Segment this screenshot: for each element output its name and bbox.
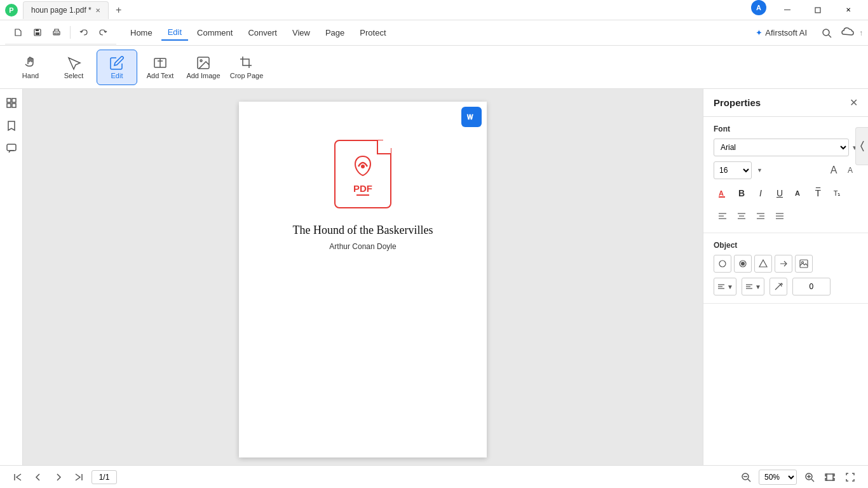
pdf-title: The Hound of the Baskervilles [293,224,433,237]
svg-rect-5 [36,32,39,35]
menu-view[interactable]: View [286,25,316,40]
edit-tool-label: Edit [111,72,123,79]
svg-point-13 [200,60,202,62]
triangle-button[interactable] [754,255,772,273]
pdf-icon: PDF [334,140,391,208]
font-section: Font Arial Times New Roman Helvetica ▼ 1… [703,117,868,233]
tab-close-button[interactable]: ✕ [95,7,100,14]
underline-color-button[interactable]: A [714,184,731,202]
svg-rect-3 [815,8,820,13]
menu-page[interactable]: Page [319,25,351,40]
zoom-out-button[interactable] [738,470,754,485]
main-area: W PDF The Hound of the Baskervill [0,89,868,465]
align-right-button[interactable] [752,207,770,225]
menu-comment[interactable]: Comment [191,25,239,40]
zoom-select[interactable]: 50%75%100%125%150% [759,470,797,485]
rotation-input[interactable]: 0 [792,278,831,295]
sidebar-bookmark-icon[interactable] [3,117,20,135]
pdf-icon-container: PDF [334,140,391,208]
menubar-right: ✦ Afirstsoft AI ↑ [750,24,863,43]
zoom-in-button[interactable] [802,470,817,485]
toolbar: Hand Select Edit Add Text Add Image [0,46,868,89]
font-size-select[interactable]: 1681012 14182436 [714,161,752,179]
right-panel-toggle[interactable] [855,127,868,165]
text-color-button[interactable]: A [790,184,808,202]
fit-page-button[interactable] [822,470,837,485]
divider [70,26,71,39]
svg-rect-58 [827,474,833,480]
pdf-label-underline [356,194,369,196]
svg-rect-16 [7,104,11,107]
sidebar-thumbnail-icon[interactable] [3,94,20,112]
rotation-button[interactable] [770,278,787,295]
page-number-input[interactable]: 1/1 [92,470,117,484]
add-text-label: Add Text [147,72,174,79]
sidebar-comment-icon[interactable] [3,140,20,158]
ai-button[interactable]: ✦ Afirstsoft AI [750,25,812,40]
cloud-button[interactable] [841,27,854,39]
active-tab[interactable]: houn page 1.pdf * ✕ [23,1,109,19]
underline-button[interactable]: U [771,184,789,202]
fullscreen-button[interactable] [843,470,858,485]
left-sidebar [0,89,23,465]
font-family-select[interactable]: Arial Times New Roman Helvetica [714,139,849,156]
menu-convert[interactable]: Convert [241,25,283,40]
go-next-button[interactable] [51,470,66,485]
edit-tool-button[interactable]: Edit [97,50,137,85]
crop-page-button[interactable]: Crop Page [226,50,267,85]
svg-text:W: W [467,114,473,121]
image-obj-button[interactable] [795,255,813,273]
restore-button[interactable] [803,0,832,20]
hand-tool-button[interactable]: Hand [10,50,51,85]
file-menu-button[interactable] [10,24,27,41]
font-size-increase-button[interactable]: A [826,163,841,178]
hand-tool-label: Hand [22,72,39,79]
save-button[interactable] [29,24,46,41]
undo-button[interactable] [76,24,92,41]
menu-protect[interactable]: Protect [353,25,392,40]
distribute-arrow: ▼ [755,283,761,290]
minimize-button[interactable] [773,0,802,20]
strikethrough-button[interactable]: T̅ [809,184,827,202]
align-left-button[interactable] [714,207,731,225]
menu-edit[interactable]: Edit [161,25,188,41]
panel-close-button[interactable]: ✕ [850,97,858,109]
circle-outline-button[interactable] [714,255,731,273]
go-first-button[interactable] [10,470,25,485]
pdf-acrobat-symbol [349,152,377,180]
search-button[interactable] [817,24,836,43]
new-tab-button[interactable]: + [111,3,126,18]
pdf-author: Arthur Conan Doyle [329,242,396,251]
print-button[interactable] [48,24,65,41]
add-text-button[interactable]: Add Text [140,50,180,85]
arrow-button[interactable] [775,255,792,273]
add-image-button[interactable]: Add Image [183,50,224,85]
close-button[interactable]: ✕ [834,0,863,20]
svg-rect-14 [7,98,11,102]
svg-rect-2 [784,10,790,10]
italic-button[interactable]: I [752,184,770,202]
svg-rect-17 [12,104,16,107]
align-dropdown[interactable]: ▼ [714,278,736,295]
app-logo: P [5,4,18,17]
font-size-decrease-button[interactable]: A [843,163,858,178]
format-row: A B I U A T̅ T₁ [714,184,858,202]
bold-button[interactable]: B [733,184,750,202]
panel-header: Properties ✕ [703,89,868,117]
align-center-button[interactable] [733,207,750,225]
svg-line-52 [748,479,750,482]
statusbar: 1/1 50%75%100%125%150% [0,465,868,488]
go-last-button[interactable] [71,470,86,485]
menu-home[interactable]: Home [124,25,159,40]
titlebar: P houn page 1.pdf * ✕ + A ✕ [0,0,868,20]
redo-button[interactable] [95,24,111,41]
distribute-dropdown[interactable]: ▼ [742,278,764,295]
go-prev-button[interactable] [31,470,46,485]
circle-fill-button[interactable] [734,255,752,273]
object-section: Object [703,233,868,304]
pdf-fold [377,140,391,154]
select-tool-button[interactable]: Select [53,50,94,85]
subscript-button[interactable]: T₁ [828,184,846,202]
align-justify-button[interactable] [771,207,789,225]
translate-button[interactable]: W [461,107,482,127]
